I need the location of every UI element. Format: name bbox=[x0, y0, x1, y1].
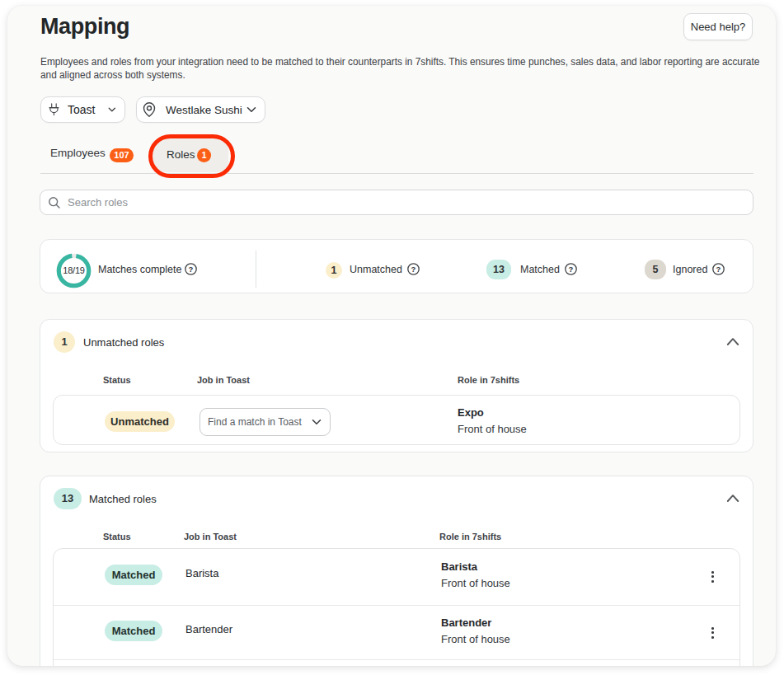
svg-text:?: ? bbox=[189, 265, 194, 274]
svg-text:?: ? bbox=[569, 265, 574, 274]
svg-text:?: ? bbox=[716, 265, 721, 274]
svg-text:?: ? bbox=[411, 265, 416, 274]
